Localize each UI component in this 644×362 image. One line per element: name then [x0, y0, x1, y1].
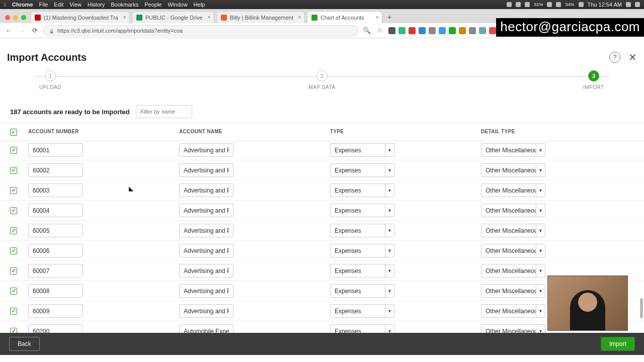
account-name-input[interactable] [179, 143, 233, 157]
menu-bookmarks[interactable]: Bookmarks [111, 2, 138, 8]
chevron-down-icon[interactable]: ▼ [385, 285, 394, 297]
import-button[interactable]: Import [601, 337, 635, 351]
scrollbar-thumb[interactable] [640, 298, 643, 318]
close-tab-icon[interactable]: × [376, 14, 379, 20]
menu-help[interactable]: Help [194, 2, 205, 8]
detail-type-select[interactable]: Other Miscellaneous S ▼ [481, 163, 545, 177]
chevron-down-icon[interactable]: ▼ [536, 264, 545, 277]
apple-icon[interactable] [4, 2, 6, 8]
account-number-input[interactable] [28, 204, 83, 217]
type-select[interactable]: Expenses ▼ [330, 224, 394, 237]
row-checkbox[interactable] [10, 187, 17, 194]
close-tab-icon[interactable]: × [207, 14, 210, 20]
select-all-checkbox[interactable] [10, 129, 17, 136]
chevron-down-icon[interactable]: ▼ [536, 164, 545, 176]
row-checkbox[interactable] [10, 308, 17, 315]
filter-input[interactable] [136, 105, 192, 118]
extension-icon[interactable] [388, 27, 395, 34]
chevron-down-icon[interactable]: ▼ [385, 264, 394, 277]
row-checkbox[interactable] [10, 207, 17, 214]
browser-tab[interactable]: (1) Mastering Downloaded Tra × [30, 11, 130, 23]
account-name-input[interactable] [179, 304, 233, 318]
row-checkbox[interactable] [10, 247, 17, 254]
browser-tab[interactable]: Chart of Accounts × [307, 11, 382, 23]
extension-icon[interactable] [479, 27, 486, 34]
row-checkbox[interactable] [10, 267, 17, 275]
extension-icon[interactable] [469, 27, 476, 34]
account-number-input[interactable] [28, 184, 83, 197]
close-icon[interactable]: ✕ [628, 51, 637, 63]
chevron-down-icon[interactable]: ▼ [536, 224, 545, 237]
chevron-down-icon[interactable]: ▼ [536, 204, 545, 217]
chevron-down-icon[interactable]: ▼ [536, 285, 545, 297]
row-checkbox[interactable] [10, 227, 17, 234]
hamburger-icon[interactable] [635, 2, 640, 7]
menu-view[interactable]: View [69, 2, 82, 8]
account-name-input[interactable] [179, 264, 233, 278]
detail-type-select[interactable]: Other Miscellaneous S ▼ [481, 204, 545, 217]
star-icon[interactable]: ☆ [375, 26, 384, 35]
chevron-down-icon[interactable]: ▼ [385, 164, 394, 176]
chevron-down-icon[interactable]: ▼ [385, 204, 394, 217]
detail-type-select[interactable]: Other Miscellaneous S ▼ [481, 264, 545, 278]
back-nav[interactable]: ← [4, 26, 13, 35]
type-select[interactable]: Expenses ▼ [330, 143, 394, 157]
maximize-window[interactable] [21, 15, 26, 20]
account-name-input[interactable] [179, 184, 233, 197]
type-select[interactable]: Expenses ▼ [330, 284, 394, 298]
extension-icon[interactable] [449, 27, 456, 34]
extension-icon[interactable] [419, 27, 426, 34]
menu-history[interactable]: History [88, 2, 105, 8]
menu-file[interactable]: File [39, 2, 48, 8]
extension-icon[interactable] [439, 27, 446, 34]
detail-type-select[interactable]: Other Miscellaneous S ▼ [481, 143, 545, 157]
row-checkbox[interactable] [10, 167, 17, 174]
type-select[interactable]: Expenses ▼ [330, 244, 394, 257]
zoom-icon[interactable]: 🔍 [362, 26, 371, 35]
close-tab-icon[interactable]: × [298, 14, 301, 20]
account-number-input[interactable] [28, 304, 83, 318]
chevron-down-icon[interactable]: ▼ [385, 224, 394, 237]
forward-nav[interactable]: → [17, 26, 26, 35]
new-tab[interactable]: + [384, 13, 394, 23]
type-select[interactable]: Expenses ▼ [330, 204, 394, 217]
detail-type-select[interactable]: Other Miscellaneous S ▼ [481, 224, 545, 237]
close-window[interactable] [5, 15, 10, 20]
detail-type-select[interactable]: Other Miscellaneous S ▼ [481, 284, 545, 298]
minimize-window[interactable] [13, 15, 18, 20]
close-tab-icon[interactable]: × [123, 14, 126, 20]
row-checkbox[interactable] [10, 147, 17, 154]
account-name-input[interactable] [179, 204, 233, 217]
browser-tab[interactable]: Bitly | Bitlink Management × [216, 11, 305, 23]
chevron-down-icon[interactable]: ▼ [536, 184, 545, 197]
extension-icon[interactable] [429, 27, 436, 34]
chevron-down-icon[interactable]: ▼ [536, 244, 545, 257]
chevron-down-icon[interactable]: ▼ [385, 184, 394, 197]
account-number-input[interactable] [28, 224, 83, 237]
account-name-input[interactable] [179, 163, 233, 177]
detail-type-select[interactable]: Other Miscellaneous S ▼ [481, 244, 545, 257]
account-name-input[interactable] [179, 284, 233, 298]
account-number-input[interactable] [28, 264, 83, 278]
chevron-down-icon[interactable]: ▼ [536, 305, 545, 317]
chevron-down-icon[interactable]: ▼ [385, 144, 394, 156]
extension-icon[interactable] [459, 27, 466, 34]
detail-type-select[interactable]: Other Miscellaneous S ▼ [481, 304, 545, 318]
account-number-input[interactable] [28, 143, 83, 157]
app-name[interactable]: Chrome [12, 2, 33, 8]
type-select[interactable]: Expenses ▼ [330, 163, 394, 177]
account-number-input[interactable] [28, 163, 83, 177]
account-number-input[interactable] [28, 244, 83, 257]
type-select[interactable]: Expenses ▼ [330, 304, 394, 318]
account-name-input[interactable] [179, 224, 233, 237]
account-number-input[interactable] [28, 284, 83, 298]
menu-people[interactable]: People [144, 2, 162, 8]
chevron-down-icon[interactable]: ▼ [385, 244, 394, 257]
url-box[interactable]: https://c3.qbo.intuit.com/app/importdata… [43, 25, 358, 36]
menu-window[interactable]: Window [168, 2, 187, 8]
detail-type-select[interactable]: Other Miscellaneous S ▼ [481, 184, 545, 197]
account-name-input[interactable] [179, 244, 233, 257]
type-select[interactable]: Expenses ▼ [330, 264, 394, 278]
row-checkbox[interactable] [10, 288, 17, 295]
chevron-down-icon[interactable]: ▼ [385, 305, 394, 317]
